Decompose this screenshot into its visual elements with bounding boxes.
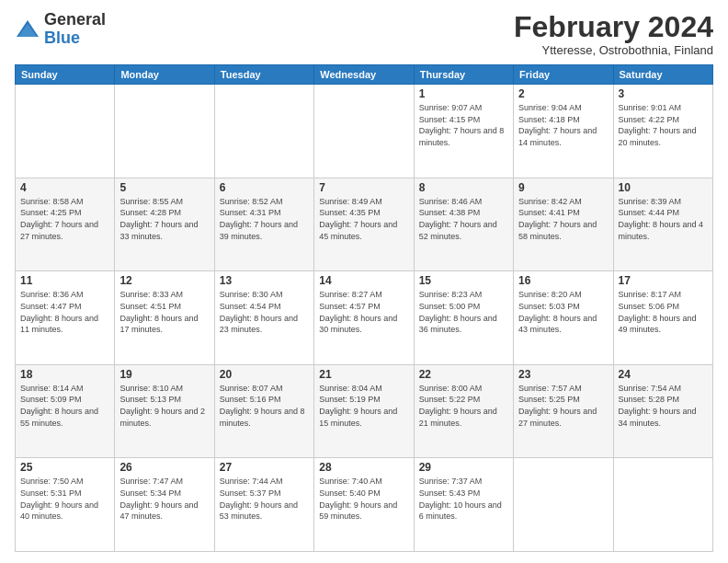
calendar-cell: 12Sunrise: 8:33 AMSunset: 4:51 PMDayligh… <box>115 271 214 365</box>
weekday-header-tuesday: Tuesday <box>214 65 313 85</box>
day-info: Sunrise: 8:36 AMSunset: 4:47 PMDaylight:… <box>20 289 109 335</box>
day-info: Sunrise: 8:17 AMSunset: 5:06 PMDaylight:… <box>619 289 708 335</box>
day-number: 3 <box>619 87 708 100</box>
day-info: Sunrise: 7:54 AMSunset: 5:28 PMDaylight:… <box>619 383 708 429</box>
day-info: Sunrise: 9:04 AMSunset: 4:18 PMDaylight:… <box>518 102 608 148</box>
calendar-cell: 13Sunrise: 8:30 AMSunset: 4:54 PMDayligh… <box>214 271 313 365</box>
day-info: Sunrise: 8:27 AMSunset: 4:57 PMDaylight:… <box>319 289 408 335</box>
calendar-cell: 28Sunrise: 7:40 AMSunset: 5:40 PMDayligh… <box>314 458 414 552</box>
day-info: Sunrise: 7:57 AMSunset: 5:25 PMDaylight:… <box>518 383 608 429</box>
calendar-cell: 10Sunrise: 8:39 AMSunset: 4:44 PMDayligh… <box>613 178 712 271</box>
calendar-cell <box>514 458 613 552</box>
day-number: 11 <box>20 274 109 287</box>
calendar-cell: 25Sunrise: 7:50 AMSunset: 5:31 PMDayligh… <box>16 458 115 552</box>
weekday-header-saturday: Saturday <box>613 65 712 85</box>
calendar-cell <box>613 458 712 552</box>
weekday-header-friday: Friday <box>514 65 613 85</box>
weekday-header-row: SundayMondayTuesdayWednesdayThursdayFrid… <box>16 65 713 85</box>
day-number: 19 <box>119 368 209 381</box>
day-number: 22 <box>419 368 508 381</box>
day-number: 21 <box>319 368 408 381</box>
day-number: 27 <box>220 461 309 474</box>
calendar-cell: 9Sunrise: 8:42 AMSunset: 4:41 PMDaylight… <box>514 178 613 271</box>
day-number: 17 <box>619 274 708 287</box>
calendar-cell: 11Sunrise: 8:36 AMSunset: 4:47 PMDayligh… <box>16 271 115 365</box>
day-info: Sunrise: 7:50 AMSunset: 5:31 PMDaylight:… <box>20 476 109 522</box>
day-info: Sunrise: 7:40 AMSunset: 5:40 PMDaylight:… <box>319 476 408 522</box>
weekday-header-monday: Monday <box>115 65 214 85</box>
logo-general-text: General <box>44 10 106 29</box>
day-info: Sunrise: 8:55 AMSunset: 4:28 PMDaylight:… <box>119 196 209 242</box>
day-info: Sunrise: 8:30 AMSunset: 4:54 PMDaylight:… <box>220 289 309 335</box>
day-number: 15 <box>419 274 508 287</box>
day-number: 14 <box>319 274 408 287</box>
day-info: Sunrise: 8:10 AMSunset: 5:13 PMDaylight:… <box>119 383 209 429</box>
day-info: Sunrise: 8:14 AMSunset: 5:09 PMDaylight:… <box>20 383 109 429</box>
logo: General Blue <box>15 11 106 48</box>
calendar-cell: 26Sunrise: 7:47 AMSunset: 5:34 PMDayligh… <box>115 458 214 552</box>
day-info: Sunrise: 8:46 AMSunset: 4:38 PMDaylight:… <box>419 196 508 242</box>
day-info: Sunrise: 8:33 AMSunset: 4:51 PMDaylight:… <box>119 289 209 335</box>
day-number: 8 <box>419 181 508 194</box>
day-info: Sunrise: 8:58 AMSunset: 4:25 PMDaylight:… <box>20 196 109 242</box>
calendar-cell: 22Sunrise: 8:00 AMSunset: 5:22 PMDayligh… <box>414 364 513 458</box>
day-number: 13 <box>220 274 309 287</box>
day-number: 20 <box>220 368 309 381</box>
day-number: 26 <box>119 461 209 474</box>
calendar-cell: 3Sunrise: 9:01 AMSunset: 4:22 PMDaylight… <box>613 85 712 178</box>
day-number: 16 <box>518 274 608 287</box>
day-number: 12 <box>119 274 209 287</box>
calendar-cell: 16Sunrise: 8:20 AMSunset: 5:03 PMDayligh… <box>514 271 613 365</box>
calendar-cell: 17Sunrise: 8:17 AMSunset: 5:06 PMDayligh… <box>613 271 712 365</box>
calendar-cell: 23Sunrise: 7:57 AMSunset: 5:25 PMDayligh… <box>514 364 613 458</box>
logo-icon <box>15 17 40 42</box>
calendar-cell <box>214 85 313 178</box>
day-info: Sunrise: 8:42 AMSunset: 4:41 PMDaylight:… <box>518 196 608 242</box>
logo-blue-text: Blue <box>44 29 80 47</box>
week-row-1: 1Sunrise: 9:07 AMSunset: 4:15 PMDaylight… <box>16 85 713 178</box>
calendar-cell: 5Sunrise: 8:55 AMSunset: 4:28 PMDaylight… <box>115 178 214 271</box>
day-number: 4 <box>20 181 109 194</box>
week-row-5: 25Sunrise: 7:50 AMSunset: 5:31 PMDayligh… <box>16 458 713 552</box>
calendar-cell: 14Sunrise: 8:27 AMSunset: 4:57 PMDayligh… <box>314 271 414 365</box>
title-block: February 2024 Ytteresse, Ostrobothnia, F… <box>514 11 713 57</box>
calendar-table: SundayMondayTuesdayWednesdayThursdayFrid… <box>15 64 713 552</box>
day-info: Sunrise: 8:23 AMSunset: 5:00 PMDaylight:… <box>419 289 508 335</box>
month-title: February 2024 <box>514 11 713 43</box>
day-number: 18 <box>20 368 109 381</box>
day-info: Sunrise: 8:20 AMSunset: 5:03 PMDaylight:… <box>518 289 608 335</box>
day-number: 9 <box>518 181 608 194</box>
weekday-header-sunday: Sunday <box>16 65 115 85</box>
day-info: Sunrise: 8:39 AMSunset: 4:44 PMDaylight:… <box>619 196 708 242</box>
calendar-cell: 24Sunrise: 7:54 AMSunset: 5:28 PMDayligh… <box>613 364 712 458</box>
day-info: Sunrise: 7:44 AMSunset: 5:37 PMDaylight:… <box>220 476 309 522</box>
day-number: 23 <box>518 368 608 381</box>
calendar-cell: 27Sunrise: 7:44 AMSunset: 5:37 PMDayligh… <box>214 458 313 552</box>
calendar-cell: 18Sunrise: 8:14 AMSunset: 5:09 PMDayligh… <box>16 364 115 458</box>
day-number: 29 <box>419 461 508 474</box>
day-info: Sunrise: 9:01 AMSunset: 4:22 PMDaylight:… <box>619 102 708 148</box>
weekday-header-thursday: Thursday <box>414 65 513 85</box>
calendar-cell: 19Sunrise: 8:10 AMSunset: 5:13 PMDayligh… <box>115 364 214 458</box>
day-info: Sunrise: 7:47 AMSunset: 5:34 PMDaylight:… <box>119 476 209 522</box>
calendar-cell: 6Sunrise: 8:52 AMSunset: 4:31 PMDaylight… <box>214 178 313 271</box>
week-row-2: 4Sunrise: 8:58 AMSunset: 4:25 PMDaylight… <box>16 178 713 271</box>
calendar-cell <box>16 85 115 178</box>
calendar-cell: 2Sunrise: 9:04 AMSunset: 4:18 PMDaylight… <box>514 85 613 178</box>
calendar-cell: 4Sunrise: 8:58 AMSunset: 4:25 PMDaylight… <box>16 178 115 271</box>
day-number: 24 <box>619 368 708 381</box>
day-number: 1 <box>419 87 508 100</box>
day-number: 25 <box>20 461 109 474</box>
day-info: Sunrise: 8:52 AMSunset: 4:31 PMDaylight:… <box>220 196 309 242</box>
day-number: 28 <box>319 461 408 474</box>
day-info: Sunrise: 8:00 AMSunset: 5:22 PMDaylight:… <box>419 383 508 429</box>
day-info: Sunrise: 8:49 AMSunset: 4:35 PMDaylight:… <box>319 196 408 242</box>
weekday-header-wednesday: Wednesday <box>314 65 414 85</box>
calendar-cell: 1Sunrise: 9:07 AMSunset: 4:15 PMDaylight… <box>414 85 513 178</box>
day-number: 10 <box>619 181 708 194</box>
calendar-cell: 21Sunrise: 8:04 AMSunset: 5:19 PMDayligh… <box>314 364 414 458</box>
calendar-cell: 7Sunrise: 8:49 AMSunset: 4:35 PMDaylight… <box>314 178 414 271</box>
day-info: Sunrise: 8:04 AMSunset: 5:19 PMDaylight:… <box>319 383 408 429</box>
day-info: Sunrise: 7:37 AMSunset: 5:43 PMDaylight:… <box>419 476 508 522</box>
day-number: 7 <box>319 181 408 194</box>
